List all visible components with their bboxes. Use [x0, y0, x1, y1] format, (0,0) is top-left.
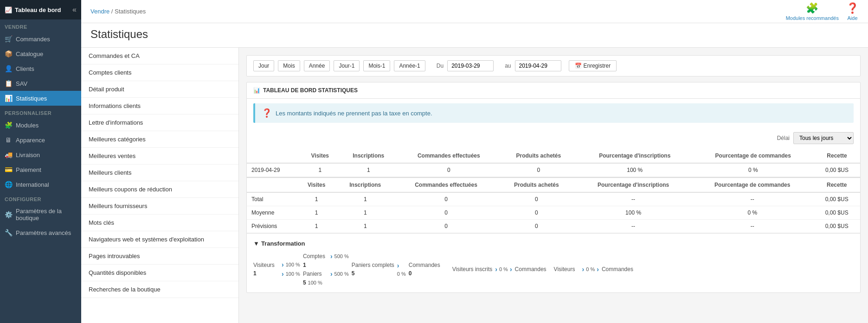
left-nav-recherches[interactable]: Recherches de la boutique: [81, 281, 238, 298]
sum-col-pct-commandes: Pourcentage de commandes: [691, 177, 813, 192]
wrench-icon: 🔧: [5, 229, 12, 236]
stats-header-icon: 📊: [253, 87, 260, 94]
truck-icon: 🚚: [5, 151, 12, 158]
tf-visiteurs-block: Visiteurs 1: [253, 262, 279, 277]
tf-arrow5: ›: [397, 262, 399, 269]
save-button[interactable]: 📅 Enregistrer: [569, 60, 617, 71]
summary-row-total: Total 1 1 0 0 -- -- 0,00 $US: [247, 192, 860, 206]
col-header-date: [247, 149, 301, 163]
sidebar-section-vendre: VENDRE 🛒 Commandes 📦 Catalogue 👤 Clients…: [0, 19, 81, 106]
sidebar-item-sav[interactable]: 📋 SAV: [0, 76, 81, 91]
left-nav-meilleurs-coupons[interactable]: Meilleurs coupons de réduction: [81, 181, 238, 198]
sidebar-toggle[interactable]: «: [72, 6, 77, 14]
tf-arrow1-col: › 100 % › 100 %: [282, 261, 300, 278]
left-nav-comptes-clients[interactable]: Comptes clients: [81, 64, 238, 81]
sidebar-item-apparence[interactable]: 🖥 Apparence: [0, 133, 81, 147]
sidebar-item-commandes[interactable]: 🛒 Commandes: [0, 32, 81, 46]
sidebar-label-commandes: Commandes: [16, 36, 50, 43]
filter-mois[interactable]: Mois: [278, 60, 300, 71]
modules-recommandes-button[interactable]: 🧩 Modules recommandés: [786, 2, 839, 21]
tf-arrow1b: ›: [282, 270, 284, 278]
summary-row-moyenne: Moyenne 1 1 0 0 100 % 0 % 0,00 $US: [247, 206, 860, 220]
tf-arrow2: ›: [330, 253, 333, 260]
left-nav-detail-produit[interactable]: Détail produit: [81, 81, 238, 98]
sidebar-label-catalogue: Catalogue: [16, 51, 43, 57]
sidebar-label-parametres-avances: Paramètres avancés: [16, 229, 71, 236]
sidebar-item-catalogue[interactable]: 📦 Catalogue: [0, 46, 81, 61]
sidebar-label-sav: SAV: [16, 80, 27, 87]
filter-jour[interactable]: Jour: [253, 60, 274, 71]
summary-stats-table: Visites Inscriptions Commandes effectuée…: [247, 177, 860, 233]
tf-commandes-value: 0: [409, 270, 412, 277]
sidebar-item-international[interactable]: 🌐 International: [0, 177, 81, 192]
tf-paniers-complets-block: Paniers complets 5: [352, 262, 394, 277]
page-title: Statistiques: [90, 28, 859, 41]
tf-pct6: 0 %: [499, 266, 508, 272]
date-to-input[interactable]: [515, 60, 561, 71]
gear-icon: ⚙️: [5, 211, 12, 218]
tf-arrow3: ›: [330, 270, 333, 278]
info-message: Les montants indiqués ne prennent pas la…: [276, 110, 432, 117]
left-nav-meilleures-ventes[interactable]: Meilleures ventes: [81, 148, 238, 165]
sum-recette-total: 0,00 $US: [813, 192, 860, 206]
tf-paniers-label: Paniers: [303, 271, 328, 277]
sidebar-item-parametres-boutique[interactable]: ⚙️ Paramètres de la boutique: [0, 204, 81, 225]
filter-annee[interactable]: Année: [304, 60, 330, 71]
sidebar-label-livraison: Livraison: [16, 152, 40, 158]
tf-pct7: 0 %: [586, 266, 595, 272]
summary-header-row: Visites Inscriptions Commandes effectuée…: [247, 177, 860, 192]
globe-icon: 🌐: [5, 181, 12, 188]
sidebar-item-parametres-avances[interactable]: 🔧 Paramètres avancés: [0, 225, 81, 240]
tf-comptes-value: 1: [303, 262, 306, 268]
delay-label: Délai: [777, 135, 790, 141]
sidebar-item-livraison[interactable]: 🚚 Livraison: [0, 147, 81, 162]
sum-pct-inscriptions-total: --: [575, 192, 691, 206]
stats-header-title: TABLEAU DE BORD STATISTIQUES: [263, 87, 358, 94]
left-nav-navigateurs[interactable]: Navigateurs web et systèmes d'exploitati…: [81, 231, 238, 248]
info-box: ❓ Les montants indiqués ne prennent pas …: [253, 103, 854, 123]
col-header-produits: Produits achetés: [500, 149, 577, 163]
tf-pct4: 100 %: [286, 271, 300, 277]
sidebar-header: 📈 Tableau de bord «: [0, 0, 81, 19]
cell-commandes: 0: [398, 163, 500, 177]
sum-recette-previsions: 0,00 $US: [813, 220, 860, 233]
left-nav-informations-clients[interactable]: Informations clients: [81, 98, 238, 114]
tf-visiteurs-inscrits-block: Visiteurs inscrits: [452, 266, 492, 272]
sidebar-item-statistiques[interactable]: 📊 Statistiques: [0, 91, 81, 106]
content-area: Commandes et CA Comptes clients Détail p…: [81, 48, 868, 323]
left-nav-pages-introuvables[interactable]: Pages introuvables: [81, 248, 238, 265]
col-header-inscriptions: Inscriptions: [339, 149, 398, 163]
filter-annee-1[interactable]: Année-1: [394, 60, 425, 71]
breadcrumb-parent[interactable]: Vendre: [90, 8, 109, 15]
tf-comptes-paniers-block: Comptes › 500 % 1 Paniers › 500 %: [303, 253, 349, 286]
tf-visiteurs2-block: Visiteurs: [554, 266, 579, 272]
left-nav-quantites[interactable]: Quantités disponibles: [81, 265, 238, 281]
left-nav-commandes-ca[interactable]: Commandes et CA: [81, 48, 238, 64]
delay-row: Délai Tous les joursPar semainePar mois: [247, 127, 860, 149]
sidebar-label-statistiques: Statistiques: [16, 95, 47, 102]
tf-arrow6: ›: [495, 266, 497, 273]
sidebar-item-paiement[interactable]: 💳 Paiement: [0, 162, 81, 177]
sidebar-item-modules[interactable]: 🧩 Modules: [0, 118, 81, 133]
left-nav-meilleurs-clients[interactable]: Meilleurs clients: [81, 165, 238, 181]
filter-jour-1[interactable]: Jour-1: [334, 60, 360, 71]
cell-recette: 0,00 $US: [814, 163, 860, 177]
page-header: Statistiques: [81, 23, 868, 48]
filter-icon: ▼: [253, 240, 259, 247]
left-nav-lettre-informations[interactable]: Lettre d'informations: [81, 114, 238, 131]
sidebar-title[interactable]: 📈 Tableau de bord: [5, 6, 61, 13]
filter-mois-1[interactable]: Mois-1: [363, 60, 390, 71]
aide-button[interactable]: ❓ Aide: [846, 2, 859, 21]
left-nav-mots-cles[interactable]: Mots clés: [81, 215, 238, 231]
tf-arrow7-col: › 0 % ›: [582, 266, 599, 273]
date-from-label: Du: [437, 63, 444, 69]
transformation-title: ▼ Transformation: [253, 240, 854, 247]
left-nav-meilleures-categories[interactable]: Meilleures catégories: [81, 131, 238, 148]
left-nav-meilleurs-fournisseurs[interactable]: Meilleurs fournisseurs: [81, 198, 238, 215]
date-from-input[interactable]: [447, 60, 494, 71]
sidebar: 📈 Tableau de bord « VENDRE 🛒 Commandes 📦…: [0, 0, 81, 323]
sum-col-recette: Recette: [813, 177, 860, 192]
help-icon: ❓: [846, 2, 859, 14]
delay-select[interactable]: Tous les joursPar semainePar mois: [793, 132, 854, 144]
sidebar-item-clients[interactable]: 👤 Clients: [0, 61, 81, 76]
